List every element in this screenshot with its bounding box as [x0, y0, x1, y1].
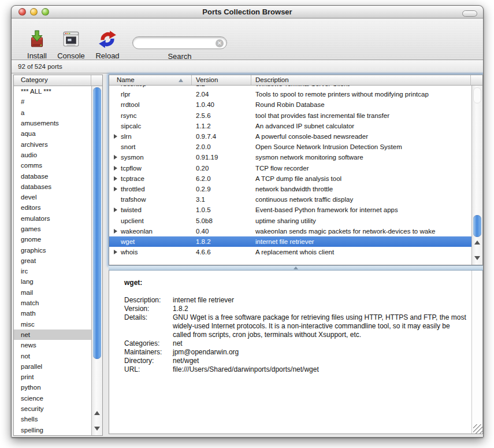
scroll-up-arrow-icon[interactable] — [474, 240, 480, 245]
category-item-label: # — [21, 98, 24, 105]
category-item[interactable]: match — [14, 298, 91, 308]
disclosure-triangle-icon[interactable] — [114, 176, 117, 181]
console-icon — [61, 28, 81, 50]
pane-splitter[interactable] — [109, 265, 483, 271]
scroll-down-arrow-icon[interactable] — [94, 427, 100, 431]
category-item[interactable]: great — [14, 256, 91, 266]
disclosure-gutter — [113, 176, 121, 181]
disclosure-triangle-icon[interactable] — [114, 134, 117, 139]
category-column-header[interactable]: Category — [14, 75, 91, 86]
sort-ascending-icon — [179, 79, 183, 82]
category-item[interactable]: spelling — [14, 425, 91, 435]
table-row[interactable]: slrn0.9.7.4A powerful console-based news… — [109, 131, 471, 142]
category-item[interactable]: shells — [14, 414, 91, 424]
reload-button[interactable]: Reload — [93, 18, 122, 60]
category-item[interactable]: graphics — [14, 245, 91, 255]
details-field-label: Directory: — [124, 357, 173, 365]
column-header-name[interactable]: Name — [109, 75, 192, 85]
table-row[interactable]: rsync2.5.6tool that provides fast increm… — [109, 110, 471, 121]
table-row[interactable]: wget1.8.2internet file retriever — [109, 236, 471, 247]
splitter-dimple-icon — [294, 266, 298, 269]
category-scrollbar[interactable] — [91, 86, 102, 435]
category-item[interactable]: editors — [14, 202, 91, 213]
table-scrollbar-thumb[interactable] — [473, 215, 481, 237]
category-item[interactable]: net — [14, 329, 91, 340]
category-item[interactable]: mail — [14, 287, 91, 298]
disclosure-triangle-icon[interactable] — [114, 166, 117, 171]
column-header-description[interactable]: Description — [251, 75, 471, 85]
title-bar[interactable]: Ports Collection Browser — [12, 6, 483, 18]
table-row[interactable]: twisted1.0.5Event-based Python framework… — [109, 205, 471, 215]
category-item[interactable]: audio — [14, 150, 91, 160]
category-item[interactable]: a — [14, 108, 91, 118]
details-scrollbar-track[interactable] — [471, 271, 482, 434]
port-description: An advanced IP subnet calculator — [251, 123, 471, 129]
table-row[interactable]: snort2.0.0Open Source Network Intrusion … — [109, 142, 471, 152]
search-input[interactable] — [139, 38, 213, 47]
category-scrollbar-thumb[interactable] — [93, 87, 101, 359]
table-row[interactable]: wakeonlan0.40wakeonlan sends magic packe… — [109, 226, 471, 236]
table-row[interactable]: rrdtool1.0.40Round Robin Database — [109, 99, 471, 110]
category-item[interactable]: # — [14, 97, 91, 107]
category-item[interactable]: database — [14, 171, 91, 181]
details-field-row: URL:file:///Users/Shared/darwinports/dpo… — [124, 365, 467, 374]
category-item[interactable]: news — [14, 340, 91, 350]
table-row[interactable]: trafshow3.1continuous network traffic di… — [109, 194, 471, 205]
toolbar-toggle-pill-button[interactable] — [462, 10, 477, 17]
category-item[interactable]: parallel — [14, 361, 91, 372]
port-version: 3.1 — [192, 196, 251, 203]
category-item-label: gnome — [21, 236, 41, 243]
table-row[interactable]: sysmon0.91.19sysmon network monitoring s… — [109, 152, 471, 162]
category-item[interactable]: python — [14, 382, 91, 393]
table-row[interactable]: rlpr2.04Tools to spool to remote printer… — [109, 89, 471, 99]
category-item[interactable]: gnome — [14, 234, 91, 245]
scroll-up-arrow-icon[interactable] — [94, 411, 100, 415]
disclosure-triangle-icon[interactable] — [114, 208, 117, 212]
disclosure-triangle-icon[interactable] — [114, 187, 117, 191]
category-item[interactable]: devel — [14, 192, 91, 202]
category-item[interactable]: security — [14, 403, 91, 414]
category-item[interactable]: misc — [14, 319, 91, 329]
table-row[interactable]: whois4.6.6A replacement whois client — [109, 247, 471, 257]
category-item[interactable]: *** ALL *** — [14, 86, 91, 97]
scroll-down-arrow-icon[interactable] — [474, 256, 480, 260]
zoom-button[interactable] — [42, 8, 49, 16]
details-field-row: Categories:net — [124, 339, 467, 348]
disclosure-triangle-icon[interactable] — [114, 229, 117, 234]
port-description: internet file retriever — [251, 238, 471, 245]
install-button[interactable]: Install — [24, 18, 50, 60]
table-row[interactable]: throttled0.2.9network bandwidth throttle — [109, 184, 471, 194]
search-clear-icon[interactable]: ✕ — [216, 39, 224, 47]
table-scrollbar[interactable] — [471, 86, 482, 265]
table-row[interactable]: tcptrace6.2.0A TCP dump file analysis to… — [109, 173, 471, 184]
category-item[interactable]: not — [14, 350, 91, 361]
category-item[interactable]: print — [14, 372, 91, 382]
port-description: A TCP dump file analysis tool — [251, 175, 471, 182]
category-item[interactable]: comms — [14, 160, 91, 171]
category-item[interactable]: archivers — [14, 139, 91, 149]
table-row[interactable]: upclient5.0b8uptime sharing utility — [109, 215, 471, 225]
category-item[interactable]: games — [14, 224, 91, 234]
category-item[interactable]: emulators — [14, 213, 91, 224]
table-scrollbar-track-cap — [473, 87, 481, 103]
port-name: rdesktop — [121, 86, 146, 87]
minimize-button[interactable] — [30, 8, 38, 16]
port-version: 1.8.2 — [192, 238, 251, 245]
category-item[interactable]: databases — [14, 182, 91, 192]
console-button[interactable]: Console — [55, 18, 87, 60]
resize-grip[interactable] — [473, 424, 482, 434]
close-button[interactable] — [18, 8, 26, 16]
category-item[interactable]: amusements — [14, 118, 91, 128]
search-field[interactable]: ✕ — [132, 36, 227, 49]
column-header-version[interactable]: Version — [192, 75, 251, 85]
category-item[interactable]: lang — [14, 276, 91, 287]
details-field-row: Description:internet file retriever — [124, 296, 467, 305]
disclosure-triangle-icon[interactable] — [114, 250, 117, 254]
category-item[interactable]: math — [14, 308, 91, 319]
table-row[interactable]: sipcalc1.1.2An advanced IP subnet calcul… — [109, 121, 471, 131]
category-item[interactable]: irc — [14, 266, 91, 276]
disclosure-triangle-icon[interactable] — [114, 155, 117, 160]
table-row[interactable]: tcpflow0.20TCP flow recorder — [109, 163, 471, 173]
category-item[interactable]: science — [14, 393, 91, 403]
category-item[interactable]: aqua — [14, 128, 91, 139]
